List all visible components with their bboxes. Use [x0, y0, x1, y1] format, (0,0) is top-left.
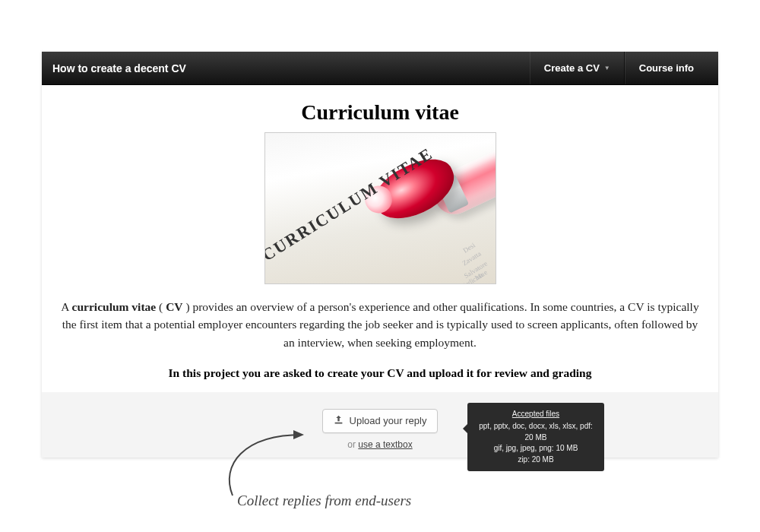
- upload-reply-label: Upload your reply: [350, 415, 427, 426]
- tooltip-line: zip: 20 MB: [518, 455, 553, 464]
- intro-paragraph: A curriculum vitae ( CV ) provides an ov…: [57, 298, 703, 351]
- content-area: Curriculum vitae CURRICULUM VITAE Desi Z…: [42, 85, 718, 392]
- chevron-down-icon: ▼: [604, 65, 610, 71]
- hero-image: CURRICULUM VITAE Desi Zavatta Salvatore …: [264, 132, 496, 284]
- para-text: (: [156, 300, 166, 313]
- upload-reply-button[interactable]: Upload your reply: [322, 409, 439, 433]
- nav-create-cv-label: Create a CV: [544, 62, 600, 74]
- tooltip-line: ppt, pptx, doc, docx, xls, xlsx, pdf: 20…: [479, 422, 593, 442]
- topbar-nav: Create a CV ▼ Course info: [530, 52, 708, 84]
- para-bold: curriculum vitae: [72, 300, 157, 313]
- use-textbox-link[interactable]: use a textbox: [358, 439, 412, 450]
- alt-prefix: or: [347, 439, 358, 450]
- nav-create-cv[interactable]: Create a CV ▼: [530, 52, 625, 84]
- course-page-frame: How to create a decent CV Create a CV ▼ …: [42, 52, 718, 458]
- annotation-caption: Collect replies from end-users: [237, 492, 411, 509]
- alt-action: or use a textbox: [42, 439, 718, 450]
- tooltip-title: Accepted files: [475, 409, 597, 420]
- reply-zone: Upload your reply or use a textbox Accep…: [42, 392, 718, 458]
- course-title: How to create a decent CV: [52, 62, 186, 74]
- tooltip-line: gif, jpg, jpeg, png: 10 MB: [494, 444, 578, 452]
- project-instruction: In this project you are asked to create …: [55, 366, 705, 380]
- page-heading: Curriculum vitae: [55, 100, 705, 125]
- upload-icon: [334, 415, 344, 427]
- para-bold: CV: [166, 300, 182, 313]
- topbar: How to create a decent CV Create a CV ▼ …: [42, 52, 718, 85]
- para-text: A: [61, 300, 71, 313]
- nav-course-info-label: Course info: [639, 62, 694, 74]
- nav-course-info[interactable]: Course info: [625, 52, 708, 84]
- accepted-files-tooltip: Accepted files ppt, pptx, doc, docx, xls…: [467, 403, 604, 472]
